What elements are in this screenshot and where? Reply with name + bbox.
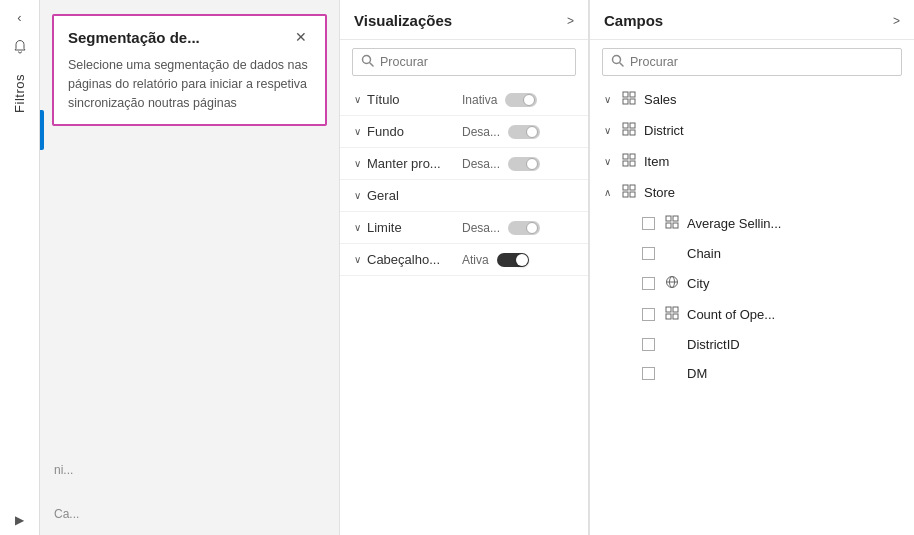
campos-item-name: District <box>644 123 900 138</box>
campos-group-item[interactable]: ∧ Store <box>590 177 914 208</box>
viz-item-name: Limite <box>367 220 462 235</box>
campos-group-item[interactable]: ∨ District <box>590 115 914 146</box>
viz-item-status: Desa... <box>462 125 500 139</box>
campos-field-item[interactable]: City <box>590 268 914 299</box>
svg-rect-18 <box>623 192 628 197</box>
svg-rect-5 <box>630 92 635 97</box>
campos-checkbox[interactable] <box>642 277 655 290</box>
viz-chevron-icon: ∨ <box>354 126 361 137</box>
viz-item-name: Título <box>367 92 462 107</box>
svg-rect-21 <box>673 216 678 221</box>
campos-arrow[interactable]: > <box>893 14 900 28</box>
viz-item-name: Geral <box>367 188 462 203</box>
grid-icon <box>663 306 681 323</box>
campos-item-name: Count of Ope... <box>687 307 900 322</box>
svg-rect-15 <box>630 161 635 166</box>
bottom-label-ca: Ca... <box>54 507 329 521</box>
svg-rect-17 <box>630 185 635 190</box>
bottom-label-ni: ni... <box>54 463 329 477</box>
svg-rect-16 <box>623 185 628 190</box>
viz-item-name: Manter pro... <box>367 156 462 171</box>
viz-item[interactable]: ∨ Título Inativa <box>340 84 588 116</box>
svg-rect-11 <box>630 130 635 135</box>
viz-item-name: Fundo <box>367 124 462 139</box>
notification-icon[interactable] <box>6 33 34 64</box>
campos-item-name: DistrictID <box>687 337 900 352</box>
visualizacoes-search-icon <box>361 54 374 70</box>
main-container: ‹ Filtros ▶ Segmentação de... ✕ Selecion… <box>0 0 914 535</box>
toggle-off[interactable] <box>508 125 540 139</box>
segmentacao-description: Selecione uma segmentação de dados nas p… <box>68 56 311 112</box>
svg-rect-10 <box>623 130 628 135</box>
campos-chevron-icon: ∧ <box>604 187 614 198</box>
toggle-off[interactable] <box>508 157 540 171</box>
campos-field-item[interactable]: DistrictID <box>590 330 914 359</box>
campos-item-name: Sales <box>644 92 900 107</box>
viz-toggle-container <box>505 93 537 107</box>
campos-group-item[interactable]: ∨ Sales <box>590 84 914 115</box>
viz-toggle-container <box>508 157 540 171</box>
campos-chevron-icon: ∨ <box>604 94 614 105</box>
svg-point-2 <box>613 56 621 64</box>
segmentacao-panel: Segmentação de... ✕ Selecione uma segmen… <box>52 14 327 126</box>
globe-icon <box>663 275 681 292</box>
campos-field-item[interactable]: Chain <box>590 239 914 268</box>
toggle-on[interactable] <box>497 253 529 267</box>
campos-checkbox[interactable] <box>642 367 655 380</box>
svg-rect-29 <box>666 314 671 319</box>
campos-checkbox[interactable] <box>642 217 655 230</box>
viz-item[interactable]: ∨ Limite Desa... <box>340 212 588 244</box>
campos-item-name: City <box>687 276 900 291</box>
filtros-sidebar: ‹ Filtros ▶ <box>0 0 40 535</box>
viz-chevron-icon: ∨ <box>354 190 361 201</box>
visualizacoes-header: Visualizações > <box>340 0 588 40</box>
campos-item-name: DM <box>687 366 900 381</box>
svg-rect-7 <box>630 99 635 104</box>
viz-item[interactable]: ∨ Fundo Desa... <box>340 116 588 148</box>
bottom-labels: ni... Ca... <box>46 134 333 529</box>
filtros-play-arrow[interactable]: ▶ <box>15 513 24 527</box>
viz-item[interactable]: ∨ Cabeçalho... Ativa <box>340 244 588 276</box>
campos-checkbox[interactable] <box>642 247 655 260</box>
svg-rect-19 <box>630 192 635 197</box>
toggle-off[interactable] <box>508 221 540 235</box>
campos-search-box[interactable] <box>602 48 902 76</box>
viz-item-status: Desa... <box>462 221 500 235</box>
campos-search-input[interactable] <box>630 55 893 69</box>
svg-line-1 <box>370 63 373 66</box>
campos-field-item[interactable]: Average Sellin... <box>590 208 914 239</box>
viz-item[interactable]: ∨ Manter pro... Desa... <box>340 148 588 180</box>
accent-bar <box>40 110 44 150</box>
filtros-label: Filtros <box>12 74 27 113</box>
campos-field-item[interactable]: DM <box>590 359 914 388</box>
campos-group-item[interactable]: ∨ Item <box>590 146 914 177</box>
toggle-off[interactable] <box>505 93 537 107</box>
segmentacao-header: Segmentação de... ✕ <box>68 28 311 46</box>
svg-rect-22 <box>666 223 671 228</box>
viz-chevron-icon: ∨ <box>354 158 361 169</box>
campos-checkbox[interactable] <box>642 338 655 351</box>
visualizacoes-search-input[interactable] <box>380 55 567 69</box>
visualizacoes-search-box[interactable] <box>352 48 576 76</box>
svg-point-0 <box>363 56 371 64</box>
campos-chevron-icon: ∨ <box>604 125 614 136</box>
campos-panel: Campos > ∨ Sales ∨ <box>589 0 914 535</box>
visualizacoes-list: ∨ Título Inativa ∨ Fundo Desa... ∨ Mante… <box>340 84 588 535</box>
campos-item-name: Store <box>644 185 900 200</box>
campos-checkbox[interactable] <box>642 308 655 321</box>
viz-item[interactable]: ∨ Geral <box>340 180 588 212</box>
segmentacao-close-button[interactable]: ✕ <box>291 28 311 46</box>
viz-chevron-icon: ∨ <box>354 254 361 265</box>
campos-search-icon <box>611 54 624 70</box>
campos-field-item[interactable]: Count of Ope... <box>590 299 914 330</box>
visualizacoes-title: Visualizações <box>354 12 452 29</box>
filtros-collapse-arrow[interactable]: ‹ <box>13 6 25 29</box>
visualizacoes-arrow[interactable]: > <box>567 14 574 28</box>
viz-item-status: Inativa <box>462 93 497 107</box>
grid-icon <box>620 91 638 108</box>
viz-toggle-container <box>497 253 529 267</box>
svg-rect-30 <box>673 314 678 319</box>
svg-rect-8 <box>623 123 628 128</box>
svg-rect-28 <box>673 307 678 312</box>
campos-header: Campos > <box>590 0 914 40</box>
